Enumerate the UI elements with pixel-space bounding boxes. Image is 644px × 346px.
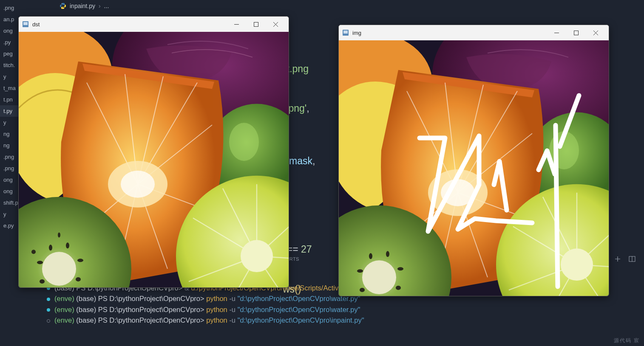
svg-rect-5 <box>23 22 28 25</box>
app-icon <box>22 21 29 28</box>
maximize-button[interactable] <box>566 25 586 40</box>
chevron-right-icon: › <box>99 3 101 9</box>
svg-rect-30 <box>343 31 348 34</box>
svg-point-24 <box>76 277 81 281</box>
svg-point-28 <box>31 250 36 254</box>
code-text: mask <box>289 155 312 166</box>
close-button[interactable] <box>266 17 285 32</box>
image-canvas <box>19 32 289 287</box>
svg-point-25 <box>37 261 43 264</box>
minimize-button[interactable] <box>547 25 566 40</box>
app-icon <box>342 29 349 36</box>
watermark: 源代码 宸 <box>614 337 640 344</box>
window-img[interactable]: img <box>338 25 609 296</box>
svg-point-22 <box>66 242 69 248</box>
scribble-overlay <box>339 40 609 296</box>
svg-point-27 <box>58 232 60 237</box>
minimize-button[interactable] <box>227 17 246 32</box>
maximize-button[interactable] <box>246 17 266 32</box>
terminal-line: (enve) (base) PS D:\pythonProject\OpenCV… <box>47 315 644 326</box>
split-icon[interactable] <box>629 256 635 262</box>
svg-point-16 <box>121 171 155 198</box>
window-title: img <box>352 30 361 36</box>
svg-point-26 <box>40 279 45 284</box>
svg-point-1 <box>64 8 64 8</box>
titlebar[interactable]: dst <box>19 17 289 32</box>
python-icon <box>60 3 66 9</box>
svg-point-14 <box>229 123 259 161</box>
image-canvas <box>339 40 609 296</box>
breadcrumb-file[interactable]: inpaint.py <box>70 3 95 9</box>
breadcrumb-rest[interactable]: ... <box>104 3 109 9</box>
svg-point-21 <box>49 245 52 250</box>
svg-point-0 <box>62 3 62 4</box>
file-item[interactable]: .png <box>0 2 21 14</box>
svg-point-23 <box>77 259 83 262</box>
terminal-line: (enve) (base) PS D:\pythonProject\OpenCV… <box>47 304 644 315</box>
plus-icon[interactable] <box>614 256 621 262</box>
close-button[interactable] <box>586 25 605 40</box>
window-dst[interactable]: dst <box>18 16 289 288</box>
svg-point-20 <box>42 252 76 286</box>
svg-rect-7 <box>254 22 258 26</box>
svg-point-18 <box>241 240 273 272</box>
window-title: dst <box>32 21 40 28</box>
titlebar[interactable]: img <box>339 25 609 40</box>
breadcrumb: inpaint.py › ... <box>60 3 109 9</box>
svg-rect-32 <box>574 31 578 35</box>
